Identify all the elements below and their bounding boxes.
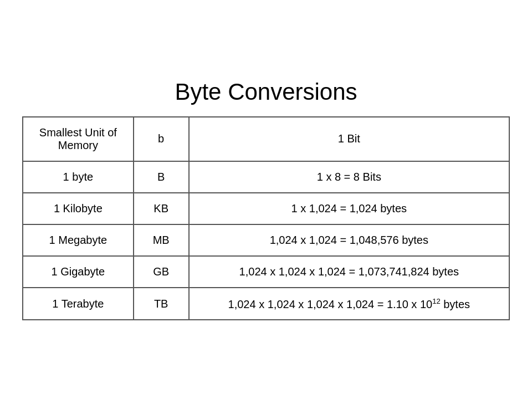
page-title: Byte Conversions [175, 79, 357, 105]
cell-name-2: 1 Kilobyte [23, 193, 134, 224]
table-row: 1 Megabyte MB 1,024 x 1,024 = 1,048,576 … [23, 224, 509, 256]
cell-desc-4: 1,024 x 1,024 x 1,024 = 1,073,741,824 by… [189, 256, 509, 288]
cell-desc-0: 1 Bit [189, 117, 509, 161]
cell-name-5: 1 Terabyte [23, 288, 134, 320]
conversion-table: Smallest Unit of Memory b 1 Bit 1 byte B… [22, 116, 510, 321]
cell-desc-3: 1,024 x 1,024 = 1,048,576 bytes [189, 224, 509, 256]
cell-abbr-1: B [134, 161, 189, 193]
cell-name-4: 1 Gigabyte [23, 256, 134, 288]
cell-desc-5: 1,024 x 1,024 x 1,024 x 1,024 = 1.10 x 1… [189, 288, 509, 320]
cell-name-0: Smallest Unit of Memory [23, 117, 134, 161]
cell-desc-2: 1 x 1,024 = 1,024 bytes [189, 193, 509, 224]
table-row: 1 Terabyte TB 1,024 x 1,024 x 1,024 x 1,… [23, 288, 509, 320]
table-row: 1 Gigabyte GB 1,024 x 1,024 x 1,024 = 1,… [23, 256, 509, 288]
cell-name-3: 1 Megabyte [23, 224, 134, 256]
cell-abbr-5: TB [134, 288, 189, 320]
table-row: 1 Kilobyte KB 1 x 1,024 = 1,024 bytes [23, 193, 509, 224]
table-row: 1 byte B 1 x 8 = 8 Bits [23, 161, 509, 193]
cell-name-1: 1 byte [23, 161, 134, 193]
cell-abbr-3: MB [134, 224, 189, 256]
cell-desc-1: 1 x 8 = 8 Bits [189, 161, 509, 193]
table-row: Smallest Unit of Memory b 1 Bit [23, 117, 509, 161]
cell-abbr-4: GB [134, 256, 189, 288]
cell-abbr-0: b [134, 117, 189, 161]
cell-abbr-2: KB [134, 193, 189, 224]
